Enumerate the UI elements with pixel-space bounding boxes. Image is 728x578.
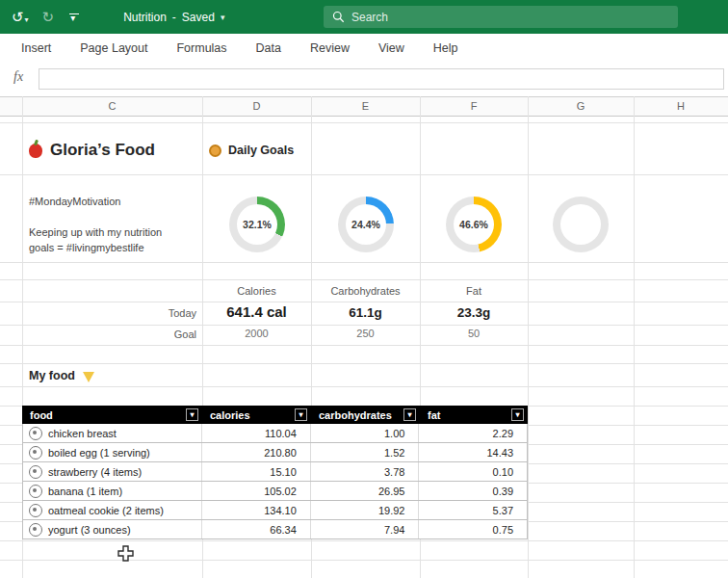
undo-icon[interactable]: ↺▾ (12, 10, 29, 24)
carbohydrates-donut-chart[interactable]: 24.4% (338, 197, 394, 252)
ribbon-tabs: Insert Page Layout Formulas Data Review … (0, 34, 728, 62)
quick-access-toolbar: ↺▾ ↻ (0, 10, 81, 24)
saved-status: Saved (182, 11, 215, 24)
pointing-down-icon (83, 372, 94, 382)
table-header-calories[interactable]: calories (202, 406, 311, 424)
cell-cursor-icon (117, 545, 134, 565)
filter-button-carbohydrates[interactable] (403, 408, 416, 421)
search-input[interactable]: Search (324, 6, 678, 28)
filter-button-calories[interactable] (295, 408, 307, 421)
empty-donut-chart[interactable] (553, 197, 609, 252)
food-datatype-icon (29, 485, 42, 498)
today-row-label[interactable]: Today (22, 307, 196, 319)
calories-percent: 32.1% (229, 197, 285, 252)
table-row[interactable]: chicken breast 110.04 1.00 2.29 (22, 424, 528, 443)
food-datatype-icon (29, 523, 42, 537)
column-header-row: C D E F G H (0, 96, 728, 117)
title-bar: ↺▾ ↻ Nutrition - Saved ▾ Search (0, 0, 728, 34)
table-row[interactable]: strawberry (4 items) 15.10 3.78 0.10 (22, 462, 528, 482)
filter-button-food[interactable] (186, 408, 198, 421)
food-datatype-icon (29, 504, 42, 517)
food-datatype-icon (29, 446, 42, 460)
tab-view[interactable]: View (378, 41, 404, 55)
carbohydrates-percent: 24.4% (338, 197, 394, 252)
goal-calories-value[interactable]: 2000 (202, 328, 311, 339)
motivation-line-1[interactable]: #MondayMotivation (29, 196, 120, 207)
table-row[interactable]: yogurt (3 ounces) 66.34 7.94 0.75 (22, 520, 528, 539)
food-datatype-icon (29, 465, 42, 479)
column-header-e[interactable]: E (311, 100, 420, 112)
tab-review[interactable]: Review (310, 41, 350, 55)
goal-row-label[interactable]: Goal (22, 328, 196, 340)
table-row[interactable]: banana (1 item) 105.02 26.95 0.39 (22, 482, 528, 501)
sheet-title: Gloria’s Food (50, 141, 155, 160)
food-table: food calories carbohydrates fat chicken … (22, 406, 528, 539)
tab-insert[interactable]: Insert (21, 41, 51, 55)
motivation-line-2[interactable]: Keeping up with my nutrition (29, 226, 162, 238)
fx-icon: fx (13, 69, 23, 85)
sheet-title-cell[interactable]: Gloria’s Food (29, 141, 155, 160)
table-header-row: food calories carbohydrates fat (22, 406, 528, 424)
column-header-c[interactable]: C (22, 100, 202, 112)
column-header-h[interactable]: H (634, 100, 728, 112)
table-row[interactable]: oatmeal cookie (2 items) 134.10 19.92 5.… (22, 501, 528, 520)
today-fat-value[interactable]: 23.3g (420, 305, 528, 320)
chevron-down-icon: ▾ (221, 13, 225, 22)
daily-goals-cell[interactable]: Daily Goals (209, 144, 294, 157)
document-name: Nutrition (123, 11, 167, 24)
daily-goals-label: Daily Goals (228, 144, 294, 157)
search-icon (332, 11, 345, 23)
goal-carbohydrates-value[interactable]: 250 (311, 328, 420, 339)
formula-bar: fx (0, 62, 728, 96)
filter-button-fat[interactable] (511, 408, 524, 421)
tab-data[interactable]: Data (256, 41, 281, 55)
document-title[interactable]: Nutrition - Saved ▾ (123, 11, 224, 24)
tab-page-layout[interactable]: Page Layout (80, 41, 147, 55)
excel-app: ↺▾ ↻ Nutrition - Saved ▾ Search Insert P… (0, 0, 728, 578)
fat-percent: 46.6% (446, 197, 502, 252)
table-header-fat[interactable]: fat (420, 406, 528, 424)
today-carbohydrates-value[interactable]: 61.1g (311, 305, 420, 320)
redo-icon[interactable]: ↻ (42, 10, 55, 24)
medal-icon (209, 144, 221, 157)
formula-input[interactable] (39, 68, 724, 90)
fat-donut-chart[interactable]: 46.6% (446, 197, 502, 252)
tab-help[interactable]: Help (433, 41, 458, 55)
table-header-food[interactable]: food (22, 406, 202, 424)
calories-donut-chart[interactable]: 32.1% (229, 197, 285, 252)
my-food-label: My food (29, 369, 75, 382)
today-calories-value[interactable]: 641.4 cal (202, 303, 311, 320)
collapse-ribbon-icon[interactable] (67, 11, 81, 24)
table-row[interactable]: boiled egg (1 serving) 210.80 1.52 14.43 (22, 443, 528, 462)
search-placeholder: Search (351, 11, 388, 24)
food-datatype-icon (29, 427, 42, 440)
title-separator: - (172, 11, 176, 24)
my-food-heading[interactable]: My food (29, 369, 94, 382)
table-header-carbohydrates[interactable]: carbohydrates (311, 406, 420, 424)
fat-label[interactable]: Fat (420, 285, 528, 297)
motivation-line-3[interactable]: goals = #livingmybestlife (29, 242, 144, 253)
apple-icon (29, 144, 42, 158)
tab-formulas[interactable]: Formulas (176, 41, 226, 55)
column-header-f[interactable]: F (420, 100, 528, 112)
empty-percent (553, 197, 609, 252)
calories-label[interactable]: Calories (202, 285, 311, 297)
carbohydrates-label[interactable]: Carbohydrates (311, 285, 420, 297)
goal-fat-value[interactable]: 50 (420, 328, 528, 339)
column-header-d[interactable]: D (202, 100, 311, 112)
column-header-g[interactable]: G (528, 100, 634, 112)
